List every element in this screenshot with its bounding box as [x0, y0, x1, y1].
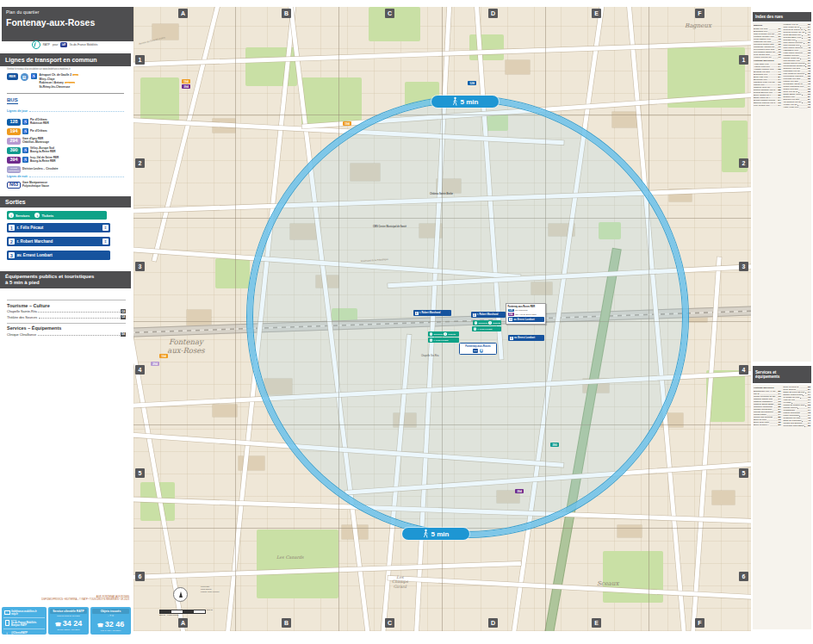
bus-destination-2: Robinson RER [30, 122, 49, 126]
bus-line-destinations: Division Leclerc – Circulaire [22, 168, 58, 171]
index-rues-header: Index des rues [753, 12, 811, 22]
rer-destination-name: Robinson / Antony [40, 81, 64, 84]
ratp-logo-text: RATP [43, 43, 50, 46]
grid-reference: F1 [779, 56, 781, 59]
grid-letter-top: F [695, 9, 704, 18]
index-rues-body: Bagneux Blagis (rue des) E1 Blanchard (r… [753, 22, 811, 362]
grid-number-right: 4 [739, 365, 748, 375]
scale-bar [159, 610, 206, 614]
grid-line-vertical [235, 7, 236, 631]
stop-list: 128 Pte d'Orléans 394 Issy–Val de Seine … [508, 309, 544, 317]
park-area [369, 7, 420, 41]
exit-row: 1 r. Félix Pécaut ⇕ [7, 223, 110, 232]
bus-line-row: N63 Gare Montparnasse Polytechnique Vauv… [7, 180, 129, 189]
elevator-icon: ⇕ [102, 238, 109, 245]
exit-row: 2 r. Robert Marchand ⇕ [7, 237, 110, 246]
map-services-bar-west: i Services t Tickets [428, 331, 459, 337]
phone-note1: 0,80 € / min [101, 629, 110, 631]
bus-destination: Pte d'Orléans [515, 309, 527, 312]
night-lines-label: Lignes de nuit [7, 175, 124, 178]
rer-destination-name: Aéroport Ch. de Gaulle 2 [40, 73, 71, 77]
map-exit-bar-felix-east: 1 r. Félix Pécaut [472, 326, 501, 331]
grid-number-left: 1 [135, 55, 145, 65]
bus-line-number: 390 [7, 147, 21, 154]
bus-line-row: 128 ♿ Pte d'Orléans Robinson RER [7, 117, 129, 127]
customer-service-title: Service clientèle RATP [50, 609, 87, 614]
map-credits: AGR. FONTENAY-AUX-ROSES DSP/DMO/PRI/VICS… [0, 596, 129, 602]
contact-box: iledefrance-mobilites.fr ratp.fr Applis … [2, 607, 47, 635]
quartier-map-poster: Plan du quartier Fontenay-aux-Roses RATP… [0, 0, 813, 644]
facility-name: Université Paris-Saclay [783, 424, 804, 427]
equipements-title-line1: Équipements publics et touristiques [5, 274, 126, 280]
wheelchair-icon: ♿ [22, 147, 28, 153]
five-min-badge-top: 5 min [431, 96, 499, 108]
poi-name: Clinique Clinalliance [7, 333, 36, 337]
index-section-bagneux: Bagneux [754, 24, 781, 27]
station-mode-icons: RER B [461, 349, 495, 353]
bus-destination: Issy–Val de Seine RER [515, 313, 537, 316]
bus-line-destinations: Vélizy–Europe Sud Bourg-la-Reine RER [30, 147, 56, 153]
walking-person-icon [452, 96, 458, 107]
contact-web-row: iledefrance-mobilites.fr ratp.fr [3, 609, 45, 618]
facility-index-row: Université Paris-Saclay B6 [783, 424, 810, 427]
bus-line-number: 394 [7, 157, 21, 164]
map-exit-bar-marchand-west: 2 r. Robert Marchand [413, 310, 451, 316]
bus-destination-2: Bourg-la-Reine RER [30, 160, 59, 164]
dotted-leader [38, 335, 120, 336]
phone-number: 32 46 [105, 620, 125, 629]
customer-service-hours: tous les jours de 7h à 21h [50, 615, 87, 616]
rer-mode-icon: RER [7, 73, 18, 80]
idfm-logo-text: Île-de-France Mobilités [70, 43, 97, 46]
bus-stop-badge: 194 [159, 354, 168, 358]
bus-line-number: Le Petit Fontenaisien [7, 166, 21, 173]
ticket-icon: t [34, 213, 40, 218]
services-header-line2: équipements [755, 375, 779, 379]
grid-letter-bottom: A [178, 618, 188, 628]
park-area [469, 34, 504, 60]
bus-stop-badge: 394 [182, 84, 190, 89]
grid-number-right: 2 [739, 158, 748, 168]
north-compass-icon [173, 587, 188, 602]
group-tourisme-items: Chapelle Sainte-Rita C4 Théâtre des Sour… [7, 309, 126, 319]
street-index-row: Victor Hugo (rue) E3 [783, 106, 810, 108]
exit-street-label: r. Robert Marchand [17, 239, 101, 244]
bus-line-row: 390 ♿ Vélizy–Europe Sud Bourg-la-Reine R… [7, 146, 129, 155]
title-box: Plan du quartier Fontenay-aux-Roses [2, 7, 136, 41]
bus-line-row: 294 Gare d'Igny RER Châtillon–Montrouge [7, 136, 129, 146]
exit-street-label: r. Robert Marchand [477, 313, 499, 316]
contact-web-text: iledefrance-mobilites.fr ratp.fr [11, 610, 37, 616]
poi-row: Chapelle Sainte-Rita C4 [7, 309, 126, 313]
facility-index-row: École La Roue A B3 [754, 424, 781, 426]
exit-street-label: r. Félix Pécaut [478, 328, 493, 331]
map-exit-bar-lombart: 3 av. Ernest Lombart [508, 317, 544, 322]
rer-mode-icon: RER [473, 349, 479, 353]
twitter-icon: t [4, 631, 9, 635]
grid-letter-top: C [385, 9, 394, 18]
phone-note: 0,80 € / min + prix appel [92, 629, 129, 632]
bus-line-row: 394 ♿ Issy–Val de Seine RER Bourg-la-Rei… [7, 155, 129, 164]
poi-name: Chapelle Sainte-Rita [7, 310, 37, 313]
bus-line-destinations: Gare d'Igny RER Châtillon–Montrouge [22, 138, 49, 144]
grid-reference: D4 [121, 332, 126, 337]
stop-row: 128 Pte d'Orléans [508, 309, 544, 313]
lost-found-box: Objets trouvés ⌂ ☂ ✉ ☎ 32 46 0,80 € / mi… [90, 607, 131, 635]
rer-destination-row: Robinson / Antony ORLYVAL [40, 81, 78, 84]
grid-reference: C4 [121, 309, 126, 313]
grid-letter-bottom: F [695, 618, 704, 628]
exit-number: 1 [9, 225, 15, 231]
rer-destinations: Aéroport Ch. de Gaulle 2 TGV Mitry–Claye… [40, 73, 78, 89]
lost-found-title: Objets trouvés [92, 609, 129, 614]
info-icon: i [475, 321, 478, 325]
exit-street-label: av. Ernest Lombart [514, 319, 535, 321]
bus-line-destinations: Gare Montparnasse Polytechnique Vauve [22, 182, 49, 188]
info-icon: i [9, 213, 14, 218]
grid-letter-bottom: D [488, 618, 498, 628]
exit-number: 3 [510, 337, 513, 340]
label-fontenay-line1: Fontenay [149, 337, 223, 346]
bus-destination-2: Polytechnique Vauve [22, 185, 49, 189]
phone-icon: ☎ [97, 622, 103, 628]
bus-stop-badge: 194 [182, 79, 190, 84]
bus-stop-badge: 394 [515, 489, 524, 493]
logo-pour-text: pour [53, 43, 58, 46]
exit-number: 1 [430, 338, 433, 342]
